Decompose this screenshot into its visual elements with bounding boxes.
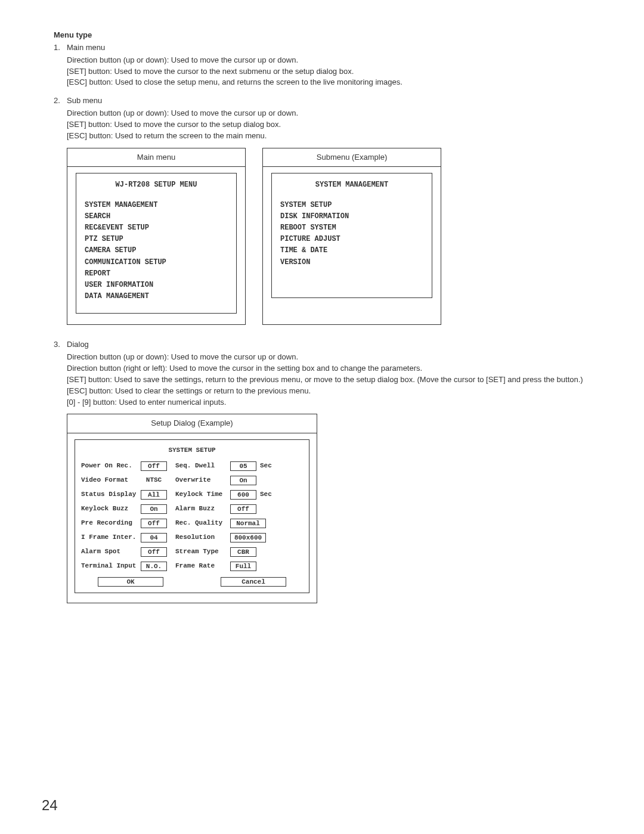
menu-item[interactable]: USER INFORMATION xyxy=(85,280,228,291)
setting-value[interactable]: 600 xyxy=(230,490,256,500)
setting-label: Alarm Buzz xyxy=(175,504,230,514)
setting-value[interactable]: 800x600 xyxy=(230,533,266,542)
menu-item[interactable]: COMMUNICATION SETUP xyxy=(85,257,228,268)
cancel-button[interactable]: Cancel xyxy=(221,577,286,587)
menu-item[interactable]: DATA MANAGEMENT xyxy=(85,291,228,302)
submenu-caption: Submenu (Example) xyxy=(263,148,441,168)
dialog-screen: SYSTEM SETUP Power On Rec.OffSeq. Dwell0… xyxy=(75,439,309,593)
menu-item[interactable]: SYSTEM SETUP xyxy=(280,200,423,211)
setting-value[interactable]: N.O. xyxy=(141,562,167,571)
main-menu-screen: WJ-RT208 SETUP MENU SYSTEM MANAGEMENT SE… xyxy=(76,173,237,314)
section-2-title-row: 2. Sub menu xyxy=(54,95,602,107)
dialog-grid: Power On Rec.OffSeq. Dwell05SecVideo For… xyxy=(81,461,303,571)
setting-value[interactable]: On xyxy=(141,504,167,514)
section-2-line: [SET] button: Used to move the cursor to… xyxy=(67,119,602,131)
setting-label: Video Format xyxy=(81,476,141,485)
menu-item[interactable]: SYSTEM MANAGEMENT xyxy=(85,200,228,211)
unit-label: Sec xyxy=(260,490,272,500)
submenu-title: SYSTEM MANAGEMENT xyxy=(280,179,423,191)
section-2-title: Sub menu xyxy=(67,95,602,107)
dialog-row: Terminal InputN.O.Frame RateFull xyxy=(81,562,303,571)
menu-figures-row: Main menu WJ-RT208 SETUP MENU SYSTEM MAN… xyxy=(67,148,602,325)
setting-value[interactable]: On xyxy=(230,476,256,485)
section-1-title-row: 1. Main menu xyxy=(54,42,602,54)
section-3-line: Direction button (up or down): Used to m… xyxy=(67,352,602,363)
setting-value[interactable]: CBR xyxy=(230,547,256,557)
setting-value[interactable]: Off xyxy=(141,461,167,471)
ok-button[interactable]: OK xyxy=(98,577,163,587)
setting-value[interactable]: Full xyxy=(230,562,256,571)
dialog-row: Status DisplayAllKeylock Time600Sec xyxy=(81,490,303,500)
setting-value[interactable]: Off xyxy=(141,519,167,528)
dialog-title: SYSTEM SETUP xyxy=(81,446,303,455)
section-2-number: 2. xyxy=(54,95,67,107)
setting-value[interactable]: NTSC xyxy=(141,476,167,485)
menu-item[interactable]: PTZ SETUP xyxy=(85,234,228,245)
menu-item[interactable]: REBOOT SYSTEM xyxy=(280,222,423,234)
setting-label: Keylock Time xyxy=(175,490,230,500)
main-menu-caption: Main menu xyxy=(67,148,245,168)
section-3-title-row: 3. Dialog xyxy=(54,339,602,351)
menu-item[interactable]: REC&EVENT SETUP xyxy=(85,222,228,234)
section-3-line: [0] - [9] button: Used to enter numerica… xyxy=(67,397,602,408)
setting-value[interactable]: All xyxy=(141,490,167,500)
setting-value[interactable]: 05 xyxy=(230,461,256,471)
setting-label: Resolution xyxy=(175,533,230,542)
setting-label: I Frame Inter. xyxy=(81,533,141,542)
setting-label: Overwrite xyxy=(175,476,230,485)
dialog-row: I Frame Inter.04Resolution800x600 xyxy=(81,533,303,542)
section-3-number: 3. xyxy=(54,339,67,351)
setting-label: Pre Recording xyxy=(81,519,141,528)
dialog-row: Alarm SpotOffStream TypeCBR xyxy=(81,547,303,557)
dialog-row: Power On Rec.OffSeq. Dwell05Sec xyxy=(81,461,303,471)
setting-value[interactable]: Normal xyxy=(230,519,266,528)
setting-value[interactable]: Off xyxy=(141,547,167,557)
section-1-line: [SET] button: Used to move the cursor to… xyxy=(67,66,602,77)
menu-item[interactable]: REPORT xyxy=(85,268,228,280)
setting-label: Frame Rate xyxy=(175,562,230,571)
menu-item[interactable]: TIME & DATE xyxy=(280,245,423,256)
setting-label: Terminal Input xyxy=(81,562,141,571)
setting-label: Stream Type xyxy=(175,547,230,557)
setting-label: Keylock Buzz xyxy=(81,504,141,514)
setting-label: Power On Rec. xyxy=(81,461,141,471)
dialog-figure: Setup Dialog (Example) SYSTEM SETUP Powe… xyxy=(67,414,317,603)
menu-item[interactable]: CAMERA SETUP xyxy=(85,245,228,256)
setting-label: Rec. Quality xyxy=(175,519,230,528)
dialog-caption: Setup Dialog (Example) xyxy=(67,414,317,433)
dialog-row: Keylock BuzzOnAlarm BuzzOff xyxy=(81,504,303,514)
section-2-line: Direction button (up or down): Used to m… xyxy=(67,108,602,119)
unit-label: Sec xyxy=(260,461,272,471)
menu-item[interactable]: SEARCH xyxy=(85,211,228,222)
section-1-number: 1. xyxy=(54,42,67,54)
section-3-line: [ESC] button: Used to clear the settings… xyxy=(67,386,602,397)
setting-label: Alarm Spot xyxy=(81,547,141,557)
setting-label: Status Display xyxy=(81,490,141,500)
section-3-wrapline: [SET] button: Used to save the settings,… xyxy=(67,374,602,386)
page-number: 24 xyxy=(42,795,58,816)
section-3-title: Dialog xyxy=(67,339,602,351)
submenu-figure: Submenu (Example) SYSTEM MANAGEMENT SYST… xyxy=(262,148,441,325)
menu-item[interactable]: VERSION xyxy=(280,257,423,268)
main-menu-title: WJ-RT208 SETUP MENU xyxy=(85,179,228,191)
section-1-title: Main menu xyxy=(67,42,602,54)
section-2-line: [ESC] button: Used to return the screen … xyxy=(67,131,602,142)
setting-label: Seq. Dwell xyxy=(175,461,230,471)
setting-value[interactable]: 04 xyxy=(141,533,167,542)
section-heading: Menu type xyxy=(54,30,602,41)
section-1-line: [ESC] button: Used to close the setup me… xyxy=(67,77,602,88)
main-menu-figure: Main menu WJ-RT208 SETUP MENU SYSTEM MAN… xyxy=(67,148,246,325)
menu-item[interactable]: PICTURE ADJUST xyxy=(280,234,423,245)
submenu-screen: SYSTEM MANAGEMENT SYSTEM SETUP DISK INFO… xyxy=(271,173,432,298)
setting-value[interactable]: Off xyxy=(230,504,256,514)
dialog-row: Video FormatNTSCOverwriteOn xyxy=(81,476,303,485)
menu-item[interactable]: DISK INFORMATION xyxy=(280,211,423,222)
dialog-row: Pre RecordingOffRec. QualityNormal xyxy=(81,519,303,528)
section-3-line: Direction button (right or left): Used t… xyxy=(67,363,602,374)
section-1-line: Direction button (up or down): Used to m… xyxy=(67,55,602,66)
